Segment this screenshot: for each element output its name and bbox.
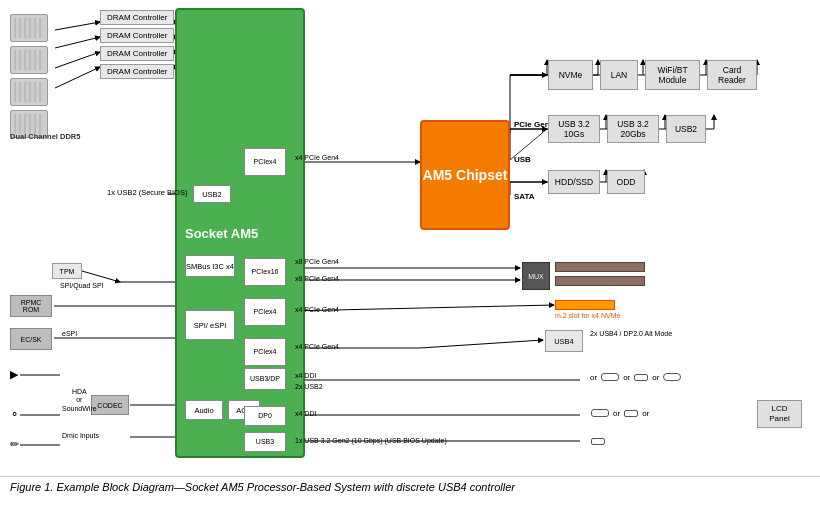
x8-pcie-gen4-1-label: x8 PCIe Gen4 [295,258,339,265]
dram-ctrl-3: DRAM Controller [100,46,174,61]
dmic-label: Dmic Inputs [62,432,99,439]
m2-bar-1 [555,262,645,272]
svg-line-2 [55,52,100,68]
memory-stick-3 [10,78,48,106]
card-reader-box: Card Reader [707,60,757,90]
socket-usb2-box: USB2 [193,185,231,203]
m2-nvme-label: m.2 slot for x4 NVMe [555,312,620,319]
lan-box: LAN [600,60,638,90]
espi-label: eSPI [62,330,77,337]
smbus-box: SMBus I3C x4 [185,255,235,277]
usb2-secure-label: 1x USB2 (Secure BIOS) [107,188,187,197]
usb32-10-box: USB 3.2 10Gs [548,115,600,143]
mux-box: MUX [522,262,550,290]
svg-line-1 [55,37,100,48]
dram-ctrl-4: DRAM Controller [100,64,174,79]
svg-line-37 [420,340,543,348]
pcie-x16-box: PCIex16 [244,258,286,286]
wifi-bt-box: WiFi/BT Module [645,60,700,90]
2x-usb2-label: 2x USB2 [295,383,323,390]
usb3-box: USB3 [244,432,286,452]
odd-box: ODD [607,170,645,194]
usb32-20-box: USB 3.2 20Gbs [607,115,659,143]
x4-ddi-1-label: x4 DDI [295,372,316,379]
dp0-connectors: or or [590,408,649,418]
dram-ctrl-1: DRAM Controller [100,10,174,25]
am5-chipset-block: AM5 Chipset [420,120,510,230]
hda-label: HDAorSoundWire [62,388,97,413]
memory-stick-1 [10,14,48,42]
usb-bios-label: 1x USB 3.2 Gen2 (10 Gbps) (USB BIOS Upda… [295,437,447,444]
spi-quad-label: SPI/Quad SPI [60,282,104,289]
pcie-x4-top-box: PCIex4 [244,148,286,176]
spi-espi-box: SPI/ eSPI [185,310,235,340]
usb-bios-connector [590,437,606,448]
ddr5-label: Dual Channel DDR5 [10,132,80,141]
svg-line-41 [82,271,120,282]
nvme-box: NVMe [548,60,593,90]
rpmc-rom-box: RPMCROM [10,295,52,317]
dram-ctrl-2: DRAM Controller [100,28,174,43]
cursor-icon: ▶ [10,368,18,381]
pen-icon: ✏ [10,438,19,451]
x4-pcie-gen4-m2-label: x4 PCIe Gen4 [295,306,339,313]
tpm-box: TPM [52,263,82,279]
svg-line-0 [55,22,100,30]
m2-bar-2 [555,276,645,286]
usb3-dp-connectors: or or or [590,372,682,382]
m2-nvme-bar [555,300,615,310]
socket-am5-label: Socket AM5 [185,225,245,243]
hdd-ssd-box: HDD/SSD [548,170,600,194]
pcie-gen4-x4-label: x4 PCIe Gen4 [295,154,339,161]
usb-side-label: USB [514,155,531,164]
usb4-dp-label: 2x USB4 / DP2.0 Alt Mode [590,330,672,337]
dp0-box: DP0 [244,406,286,426]
svg-line-3 [55,67,100,88]
figure-caption: Figure 1. Example Block Diagram—Socket A… [0,476,820,499]
memory-stick-2 [10,46,48,74]
ec-sk-box: EC/SK [10,328,52,350]
x4-pcie-gen4-usb4-label: x4 PCIe Gen4 [295,343,339,350]
lcd-panel-box: LCDPanel [757,400,802,428]
x4-ddi-2-label: x4 DDI [295,410,316,417]
memory-sticks [10,14,48,138]
usb4-box: USB4 [545,330,583,352]
usb2-right-box: USB2 [666,115,706,143]
pcie-x4b-box: PCIex4 [244,298,286,326]
circle-icon: ⚬ [10,408,19,421]
sata-side-label: SATA [514,192,535,201]
diagram-container: Dual Channel DDR5 DRAM Controller DRAM C… [0,0,820,476]
dram-controllers: DRAM Controller DRAM Controller DRAM Con… [100,10,174,79]
audio-box: Audio [185,400,223,420]
pcie-x4c-box: PCIex4 [244,338,286,366]
x8-pcie-gen4-2-label: x8 PCIe Gen4 [295,275,339,282]
usb3dp-box: USB3/DP [244,368,286,390]
